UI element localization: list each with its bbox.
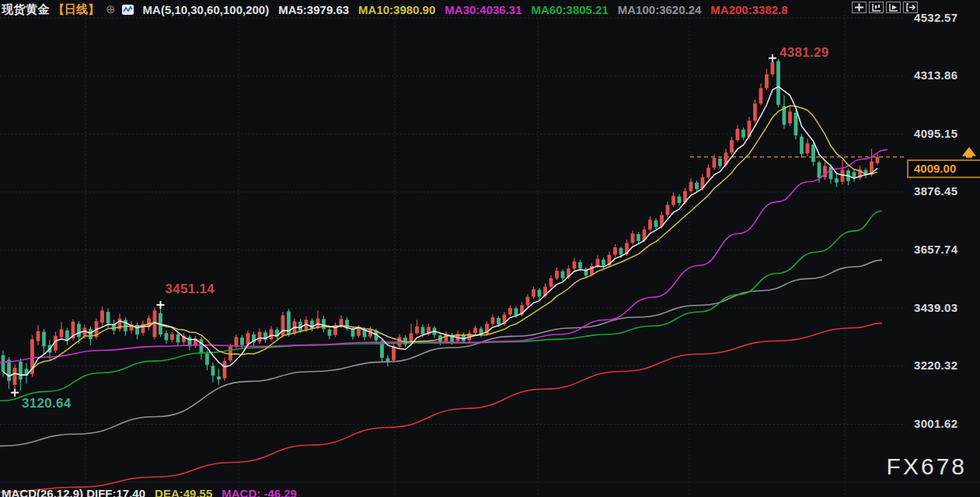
ma10-value-label: MA10:3980.90 [358,3,435,16]
ma30-value-label: MA30:4036.31 [445,3,521,16]
chart-play-icon[interactable] [886,2,901,13]
instrument-title: 现货黄金 [2,2,50,17]
price-axis-tick: 3220.32 [914,359,957,372]
kline-chart-icon[interactable] [869,2,884,13]
macd-footer: MACD(26,12,9) DIFF:17.40 DEA:49.55 MACD:… [2,487,297,497]
ma60-line [0,211,882,401]
move-crosshair-icon[interactable] [852,2,867,13]
chart-header: 现货黄金 【日线】 ⊕ MA(5,10,30,60,100,200) MA5:3… [2,2,788,17]
watermark: FX678 [887,453,967,480]
price-up-arrow-icon [964,149,975,157]
price-axis-tick: 4095.15 [914,127,957,140]
price-annotation: 3451.14 [166,282,215,297]
macd-value-label: MACD: -46.29 [221,487,297,497]
extreme-cross-marker [157,301,165,309]
candlestick-chart-canvas [0,0,980,497]
price-axis-tick: 3001.62 [914,417,957,430]
extreme-cross-marker [769,54,776,62]
ma200-value-label: MA200:3382.8 [710,3,787,16]
ma5-value-label: MA5:3979.63 [278,3,349,16]
price-axis-tick: 4313.86 [914,68,957,82]
chart-type-icon[interactable] [122,5,134,15]
price-axis-tick: 3876.45 [914,184,957,198]
price-annotation: 4381.29 [779,45,829,61]
price-axis-tick: 3439.03 [914,301,957,314]
ma-params-label: MA(5,10,30,60,100,200) [143,3,270,16]
exit-fullscreen-icon[interactable] [903,2,918,13]
period-tag: 【日线】 [53,2,99,17]
macd-diff-label: MACD(26,12,9) DIFF:17.40 [2,487,145,497]
price-axis-tick: 3657.74 [914,243,957,256]
extreme-cross-marker [11,389,19,397]
ma100-line [0,260,882,446]
gridlines [0,11,980,495]
last-price-label: 4009.00 [907,159,980,178]
macd-dea-label: DEA:49.55 [155,487,212,497]
price-axis-tick: 4532.57 [914,11,957,24]
last-price-value: 4009.00 [914,162,956,175]
ma60-value-label: MA60:3805.21 [532,3,609,16]
gold-daily-chart-app: 现货黄金 【日线】 ⊕ MA(5,10,30,60,100,200) MA5:3… [0,0,980,497]
ma100-value-label: MA100:3620.24 [618,3,702,16]
chart-toolbar [852,2,918,13]
add-indicator-icon[interactable]: ⊕ [106,2,116,16]
price-annotation: 3120.64 [22,396,71,411]
